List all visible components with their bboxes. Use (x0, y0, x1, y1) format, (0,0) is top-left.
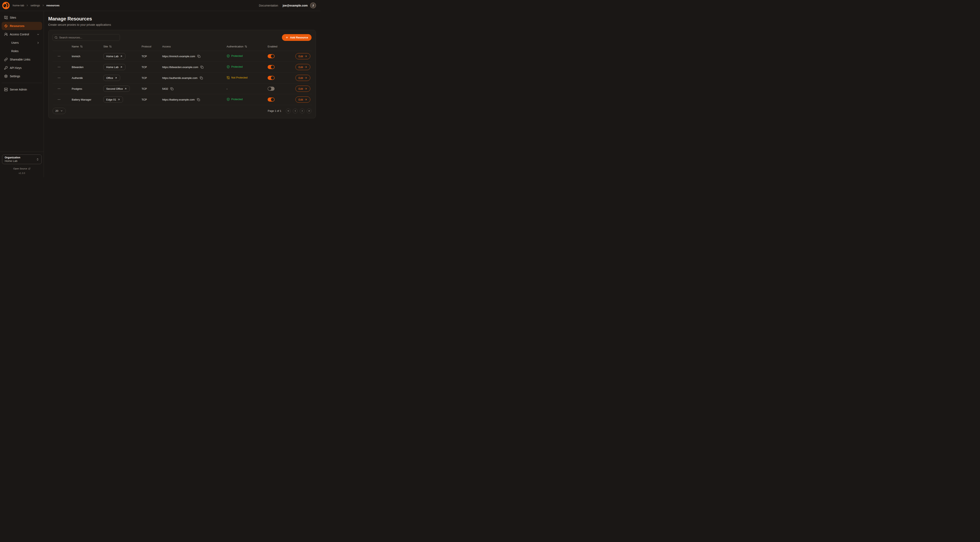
sort-by-authentication[interactable]: Authentication (227, 45, 247, 48)
search-input[interactable] (52, 34, 120, 41)
breadcrumb-org[interactable]: home-lab (13, 4, 24, 7)
table-row: Postgres Second Office TCP 5432 - Edit (52, 83, 312, 94)
sidebar-item-server-admin[interactable]: Server Admin (2, 85, 42, 94)
gear-icon (4, 74, 8, 78)
chevron-down-icon (37, 33, 40, 36)
site-link-button[interactable]: Home Lab (103, 53, 126, 59)
resource-protocol: TCP (135, 73, 156, 83)
user-email[interactable]: joe@example.com (283, 4, 308, 7)
table-header-row: Name Site Protocol Access (52, 43, 312, 51)
arrow-up-right-icon (115, 77, 117, 79)
ellipsis-icon (57, 65, 60, 69)
edit-button[interactable]: Edit (296, 86, 310, 92)
open-source-link[interactable]: Open Source (2, 167, 42, 170)
enabled-toggle[interactable] (267, 76, 275, 80)
main-content: Manage Resources Create secure proxies t… (44, 11, 320, 177)
row-menu-button[interactable] (57, 86, 62, 91)
edit-button[interactable]: Edit (296, 75, 310, 81)
resource-name: Postgres (65, 83, 97, 94)
documentation-link[interactable]: Documentation (259, 4, 278, 7)
sidebar-item-label: Server Admin (10, 88, 27, 91)
last-page-button[interactable] (307, 108, 312, 113)
shield-check-icon (227, 54, 230, 57)
first-page-button[interactable] (286, 108, 291, 113)
table-row: Authentik Office TCP https://authentik.e… (52, 73, 312, 83)
enabled-toggle[interactable] (267, 65, 275, 69)
edit-button[interactable]: Edit (296, 64, 310, 70)
arrow-up-right-icon (120, 66, 123, 69)
copy-icon[interactable] (197, 54, 201, 58)
page-subtitle: Create secure proxies to your private ap… (48, 23, 316, 26)
sort-icon (245, 45, 247, 48)
site-link-button[interactable]: Home Lab (103, 64, 126, 70)
row-menu-button[interactable] (57, 75, 62, 80)
table-row: Battery Manager Edge 01 TCP https://batt… (52, 94, 312, 105)
sidebar-item-access-control[interactable]: Access Control (2, 30, 42, 38)
sidebar-item-settings[interactable]: Settings (2, 72, 42, 80)
sidebar-item-users[interactable]: Users (2, 38, 42, 47)
arrow-up-right-icon (118, 98, 120, 101)
resource-name: Bitwarden (65, 62, 97, 73)
sidebar-item-roles[interactable]: Roles (2, 47, 42, 55)
resources-card: Add Resource Name (48, 30, 316, 118)
sort-by-name[interactable]: Name (72, 45, 83, 48)
open-source-label: Open Source (13, 167, 27, 170)
edit-button[interactable]: Edit (296, 96, 310, 103)
ellipsis-icon (57, 54, 60, 58)
next-page-button[interactable] (300, 108, 305, 113)
sidebar-item-label: Shareable Links (10, 58, 30, 61)
row-menu-button[interactable] (57, 97, 62, 102)
sidebar-item-api-keys[interactable]: API Keys (2, 64, 42, 72)
arrow-right-icon (304, 65, 307, 69)
sidebar-item-shareable-links[interactable]: Shareable Links (2, 56, 42, 64)
chevrons-up-down-icon (36, 158, 39, 161)
resource-access-url: https://battery.example.com (162, 98, 195, 101)
arrow-up-right-icon (120, 55, 123, 57)
sidebar-item-resources[interactable]: Resources (2, 22, 42, 30)
topbar-left: home-lab settings resources (2, 2, 59, 10)
sort-icon (80, 45, 83, 48)
site-link-button[interactable]: Second Office (103, 86, 130, 92)
header-site: Site (97, 43, 135, 51)
auth-status-none: - (227, 87, 228, 90)
row-menu-button[interactable] (57, 65, 62, 70)
resource-name: Immich (65, 51, 97, 62)
site-link-button[interactable]: Edge 01 (103, 96, 123, 103)
site-link-button[interactable]: Office (103, 75, 120, 81)
arrow-up-right-icon (124, 88, 127, 90)
sort-by-site[interactable]: Site (103, 45, 112, 48)
topbar-right: Documentation joe@example.com J (259, 2, 316, 8)
sidebar-item-label: Users (11, 41, 19, 45)
copy-icon[interactable] (199, 76, 203, 80)
page-size-select[interactable]: 20 (52, 108, 66, 114)
sidebar-item-label: Roles (11, 49, 19, 53)
header-enabled: Enabled (261, 43, 289, 51)
key-icon (4, 66, 8, 70)
avatar[interactable]: J (310, 2, 316, 8)
enabled-toggle[interactable] (267, 54, 275, 58)
resource-access-url: https://bitwarden.example.com (162, 65, 198, 69)
enabled-toggle[interactable] (267, 87, 275, 91)
ellipsis-icon (57, 98, 60, 101)
copy-icon[interactable] (200, 65, 204, 69)
table-row: Bitwarden Home Lab TCP https://bitwarden… (52, 62, 312, 73)
chevron-right-icon (37, 41, 40, 45)
org-selector[interactable]: Organization Home Lab (2, 155, 42, 164)
enabled-toggle[interactable] (267, 97, 275, 102)
row-menu-button[interactable] (57, 54, 62, 59)
ellipsis-icon (57, 76, 60, 80)
breadcrumb-resources[interactable]: resources (46, 4, 60, 7)
access-control-icon (4, 32, 8, 36)
prev-page-button[interactable] (293, 108, 298, 113)
copy-icon[interactable] (197, 98, 200, 102)
edit-button[interactable]: Edit (296, 53, 310, 59)
add-resource-button[interactable]: Add Resource (282, 34, 312, 41)
card-footer: 20 Page 1 of 1 (52, 108, 312, 114)
sidebar-item-label: Access Control (10, 33, 29, 36)
sidebar-item-sites[interactable]: Sites (2, 13, 42, 22)
sort-icon (109, 45, 112, 48)
sites-icon (4, 16, 8, 19)
pangolin-logo-icon[interactable] (2, 2, 10, 10)
copy-icon[interactable] (170, 87, 174, 91)
breadcrumb-settings[interactable]: settings (30, 4, 40, 7)
